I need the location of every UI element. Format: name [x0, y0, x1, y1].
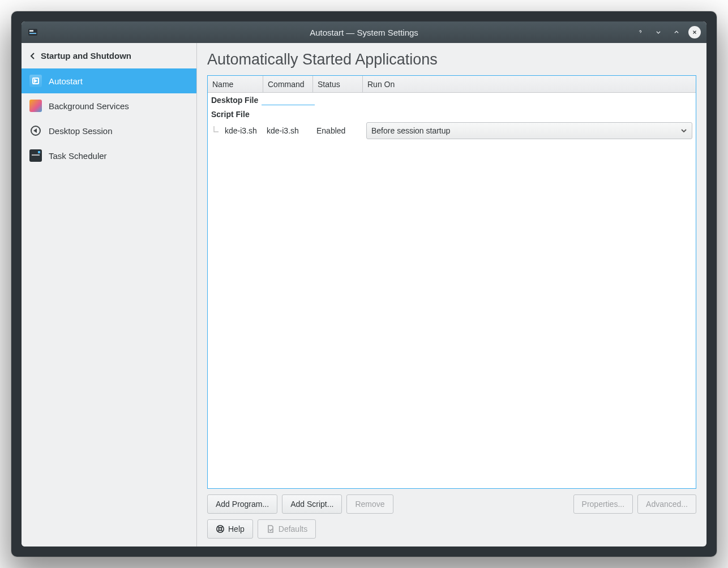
run-on-combobox[interactable]: Before session startup	[366, 122, 692, 139]
help-button[interactable]: Help	[207, 519, 253, 539]
advanced-button[interactable]: Advanced...	[637, 494, 696, 514]
sidebar-item-task-scheduler[interactable]: Task Scheduler	[22, 143, 196, 168]
remove-button[interactable]: Remove	[346, 494, 393, 514]
table-header: Name Command Status Run On	[208, 76, 696, 93]
tree-branch-icon	[211, 126, 221, 136]
chevron-left-icon	[29, 53, 36, 59]
window-title: Autostart — System Settings	[22, 28, 706, 37]
defaults-button-label: Defaults	[279, 524, 307, 533]
close-button[interactable]	[688, 26, 701, 38]
column-header-name[interactable]: Name	[208, 76, 263, 92]
svg-point-3	[217, 526, 224, 532]
table-row[interactable]: kde-i3.sh kde-i3.sh Enabled Before sessi…	[208, 121, 696, 140]
column-header-command[interactable]: Command	[263, 76, 313, 92]
lifebuoy-icon	[216, 524, 225, 533]
svg-rect-1	[29, 30, 33, 32]
add-script-button[interactable]: Add Script...	[282, 494, 342, 514]
app-icon	[27, 27, 38, 38]
column-header-status[interactable]: Status	[313, 76, 363, 92]
svg-rect-0	[28, 29, 37, 36]
minimize-button[interactable]	[652, 26, 665, 38]
combobox-value: Before session startup	[371, 126, 450, 135]
sidebar-item-label: Desktop Session	[49, 126, 113, 136]
svg-rect-2	[29, 33, 36, 34]
document-reset-icon	[266, 524, 275, 533]
page-title: Automatically Started Applications	[207, 51, 696, 68]
sidebar-item-label: Autostart	[49, 76, 83, 86]
breadcrumb-label: Startup and Shutdown	[41, 51, 131, 61]
svg-point-4	[219, 527, 221, 530]
sidebar-item-label: Background Services	[49, 101, 129, 111]
cell-command: kde-i3.sh	[263, 126, 313, 135]
help-titlebar-button[interactable]	[634, 26, 646, 38]
group-label: Desktop File	[211, 96, 258, 105]
group-label: Script File	[211, 110, 250, 119]
sidebar-item-autostart[interactable]: Autostart	[22, 68, 196, 93]
add-program-button[interactable]: Add Program...	[207, 494, 277, 514]
sidebar-item-background-services[interactable]: Background Services	[22, 93, 196, 118]
cell-status: Enabled	[313, 126, 363, 135]
main-pane: Automatically Started Applications Name …	[197, 43, 706, 547]
app-window: Autostart — System Settings	[22, 21, 706, 547]
sidebar: Startup and Shutdown Autostart Backgroun…	[22, 43, 197, 547]
cell-name: kde-i3.sh	[221, 126, 263, 135]
defaults-button[interactable]: Defaults	[258, 519, 316, 539]
group-desktop-file[interactable]: Desktop File	[208, 93, 696, 107]
sidebar-item-label: Task Scheduler	[49, 151, 107, 161]
maximize-button[interactable]	[670, 26, 683, 38]
group-script-file[interactable]: Script File	[208, 107, 696, 121]
help-button-label: Help	[228, 524, 245, 533]
column-header-run-on[interactable]: Run On	[363, 76, 696, 92]
titlebar[interactable]: Autostart — System Settings	[22, 21, 706, 43]
autostart-icon	[29, 75, 42, 87]
background-svc-icon	[29, 100, 42, 112]
task-scheduler-icon	[29, 149, 42, 162]
desktop-session-icon	[29, 124, 42, 137]
selection-indicator	[262, 95, 315, 105]
properties-button[interactable]: Properties...	[573, 494, 633, 514]
breadcrumb-back[interactable]: Startup and Shutdown	[22, 43, 196, 68]
chevron-down-icon	[680, 127, 687, 134]
autostart-table: Name Command Status Run On Desktop File	[207, 75, 696, 489]
sidebar-item-desktop-session[interactable]: Desktop Session	[22, 118, 196, 143]
